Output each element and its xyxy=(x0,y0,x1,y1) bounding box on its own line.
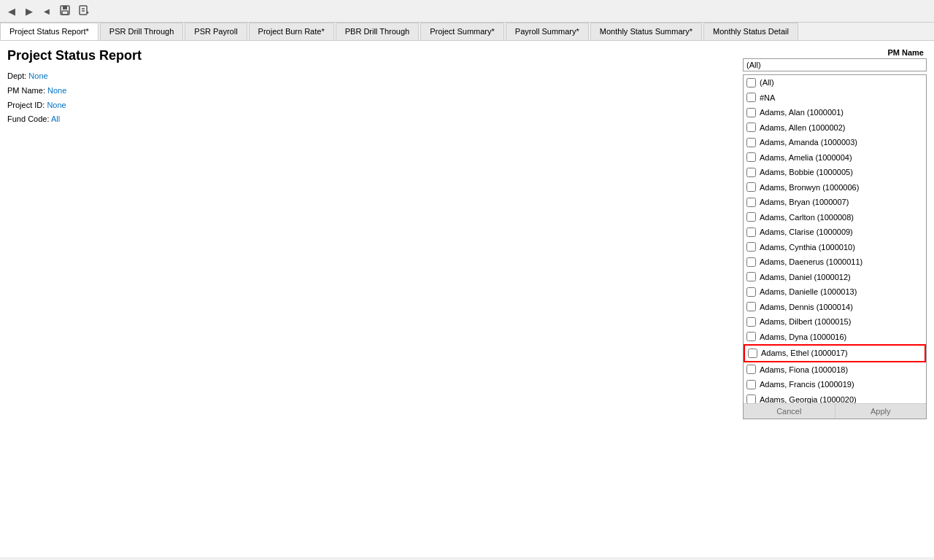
filter-item-label: Adams, Amelia (1000004) xyxy=(760,152,852,164)
save-button[interactable] xyxy=(57,3,73,19)
filter-checkbox-1000018[interactable] xyxy=(746,365,756,374)
pm-name-value: None xyxy=(47,86,66,95)
main-content: Project Status Report Dept: None PM Name… xyxy=(0,41,934,557)
filter-item-1000013[interactable]: Adams, Danielle (1000013) xyxy=(744,284,926,300)
filter-item-na[interactable]: #NA xyxy=(744,90,926,106)
filter-item-1000004[interactable]: Adams, Amelia (1000004) xyxy=(744,150,926,166)
tab-payroll-summary[interactable]: Payroll Summary* xyxy=(506,23,589,40)
filter-checkbox-1000020[interactable] xyxy=(746,394,756,403)
filter-item-label: Adams, Fiona (1000018) xyxy=(760,364,848,376)
filter-item-label: Adams, Daenerus (1000011) xyxy=(760,256,862,268)
filter-item-label: Adams, Dennis (1000014) xyxy=(760,301,853,314)
filter-panel: PM Name (All) (All)#NAAdams, Alan (10000… xyxy=(743,48,927,419)
svg-rect-1 xyxy=(63,6,67,9)
filter-item-1000003[interactable]: Adams, Amanda (1000003) xyxy=(744,135,926,150)
filter-checkbox-1000012[interactable] xyxy=(746,272,756,281)
filter-item-label: Adams, Allen (1000002) xyxy=(760,122,845,134)
back-alt-button[interactable]: ◄ xyxy=(39,4,54,18)
filter-checkbox-1000009[interactable] xyxy=(746,228,756,237)
filter-item-1000010[interactable]: Adams, Cynthia (1000010) xyxy=(744,240,926,255)
filter-checkbox-1000011[interactable] xyxy=(746,257,756,267)
filter-item-label: Adams, Bobbie (1000005) xyxy=(760,166,853,179)
tab-psr-payroll[interactable]: PSR Payroll xyxy=(185,23,247,40)
filter-checkbox-1000002[interactable] xyxy=(746,122,756,132)
filter-checkbox-na[interactable] xyxy=(746,93,756,102)
tab-monthly-status-detail[interactable]: Monthly Status Detail xyxy=(703,23,798,40)
filter-checkbox-1000016[interactable] xyxy=(746,332,756,341)
filter-item-1000002[interactable]: Adams, Allen (1000002) xyxy=(744,120,926,136)
filter-checkbox-1000010[interactable] xyxy=(746,242,756,252)
filter-item-1000012[interactable]: Adams, Daniel (1000012) xyxy=(744,270,926,285)
filter-checkbox-1000008[interactable] xyxy=(746,212,756,222)
svg-rect-3 xyxy=(80,6,87,15)
filter-footer: Cancel Apply xyxy=(744,403,926,419)
filter-item-label: (All) xyxy=(760,77,774,89)
filter-item-label: Adams, Dilbert (1000015) xyxy=(760,316,851,328)
filter-item-label: Adams, Clarise (1000009) xyxy=(760,226,853,238)
filter-checkbox-1000005[interactable] xyxy=(746,168,756,177)
filter-checkbox-1000007[interactable] xyxy=(746,198,756,207)
filter-checkbox-all[interactable] xyxy=(746,78,756,88)
pm-name-label: PM Name: xyxy=(7,86,45,95)
filter-current-value[interactable]: (All) xyxy=(743,58,927,71)
project-id-label: Project ID: xyxy=(7,101,45,109)
filter-item-label: Adams, Bronwyn (1000006) xyxy=(760,182,859,194)
filter-item-1000005[interactable]: Adams, Bobbie (1000005) xyxy=(744,165,926,180)
filter-item-1000008[interactable]: Adams, Carlton (1000008) xyxy=(744,210,926,225)
filter-item-1000006[interactable]: Adams, Bronwyn (1000006) xyxy=(744,180,926,195)
filter-item-1000020[interactable]: Adams, Georgia (1000020) xyxy=(744,392,926,404)
tab-project-burn-rate[interactable]: Project Burn Rate* xyxy=(249,23,334,40)
filter-checkbox-1000017[interactable] xyxy=(748,349,757,358)
top-nav-bar: ◀ ▶ ◄ xyxy=(0,0,934,23)
tab-psr-drill-through[interactable]: PSR Drill Through xyxy=(100,23,183,40)
filter-item-label: Adams, Bryan (1000007) xyxy=(760,196,849,209)
filter-item-label: Adams, Daniel (1000012) xyxy=(760,271,851,284)
apply-button[interactable]: Apply xyxy=(835,404,927,419)
tab-project-summary[interactable]: Project Summary* xyxy=(420,23,504,40)
filter-checkbox-1000015[interactable] xyxy=(746,317,756,327)
svg-rect-2 xyxy=(62,11,68,15)
tab-pbr-drill-through[interactable]: PBR Drill Through xyxy=(336,23,419,40)
fund-code-label: Fund Code: xyxy=(7,114,49,123)
filter-item-1000001[interactable]: Adams, Alan (1000001) xyxy=(744,105,926,120)
filter-checkbox-1000019[interactable] xyxy=(746,380,756,389)
filter-item-1000016[interactable]: Adams, Dyna (1000016) xyxy=(744,330,926,345)
filter-item-label: Adams, Georgia (1000020) xyxy=(760,394,857,404)
filter-item-1000018[interactable]: Adams, Fiona (1000018) xyxy=(744,362,926,378)
filter-item-label: Adams, Carlton (1000008) xyxy=(760,211,854,224)
filter-checkbox-1000014[interactable] xyxy=(746,302,756,311)
filter-list[interactable]: (All)#NAAdams, Alan (1000001)Adams, Alle… xyxy=(744,75,926,403)
back-button[interactable]: ◀ xyxy=(4,4,19,18)
dept-label: Dept: xyxy=(7,71,26,80)
fund-code-value: All xyxy=(51,114,60,123)
export-button[interactable] xyxy=(76,3,92,19)
filter-checkbox-1000006[interactable] xyxy=(746,182,756,192)
filter-item-1000019[interactable]: Adams, Francis (1000019) xyxy=(744,377,926,392)
filter-item-1000009[interactable]: Adams, Clarise (1000009) xyxy=(744,225,926,240)
filter-item-1000017[interactable]: Adams, Ethel (1000017) xyxy=(744,344,926,362)
filter-item-label: Adams, Amanda (1000003) xyxy=(760,136,857,149)
filter-item-1000015[interactable]: Adams, Dilbert (1000015) xyxy=(744,314,926,330)
svg-line-6 xyxy=(87,12,88,13)
filter-dropdown: (All)#NAAdams, Alan (1000001)Adams, Alle… xyxy=(743,74,927,419)
filter-item-label: Adams, Danielle (1000013) xyxy=(760,286,857,298)
filter-item-all[interactable]: (All) xyxy=(744,75,926,90)
filter-item-label: Adams, Dyna (1000016) xyxy=(760,331,846,343)
filter-checkbox-1000003[interactable] xyxy=(746,138,756,147)
tab-bar: Project Status Report* PSR Drill Through… xyxy=(0,23,934,41)
filter-checkbox-1000013[interactable] xyxy=(746,287,756,297)
dept-value: None xyxy=(28,71,47,80)
filter-item-1000007[interactable]: Adams, Bryan (1000007) xyxy=(744,195,926,210)
cancel-button[interactable]: Cancel xyxy=(744,404,835,419)
filter-checkbox-1000004[interactable] xyxy=(746,152,756,162)
filter-item-1000014[interactable]: Adams, Dennis (1000014) xyxy=(744,300,926,315)
filter-item-label: Adams, Ethel (1000017) xyxy=(761,347,848,359)
filter-item-label: Adams, Cynthia (1000010) xyxy=(760,241,855,254)
filter-item-label: Adams, Alan (1000001) xyxy=(760,106,844,119)
forward-button[interactable]: ▶ xyxy=(22,4,36,18)
filter-label: PM Name xyxy=(743,48,927,57)
tab-monthly-status-summary[interactable]: Monthly Status Summary* xyxy=(590,23,702,40)
filter-checkbox-1000001[interactable] xyxy=(746,108,756,117)
filter-item-1000011[interactable]: Adams, Daenerus (1000011) xyxy=(744,254,926,270)
tab-project-status-report[interactable]: Project Status Report* xyxy=(0,23,99,40)
